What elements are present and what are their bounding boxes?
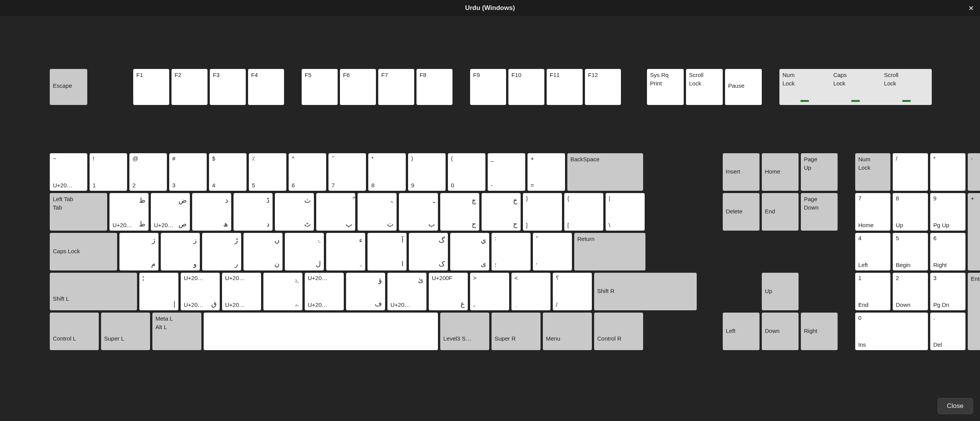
numpad-1-key[interactable]: 1End — [855, 273, 890, 310]
bottom-row-key-7[interactable]: U+200Fع — [429, 273, 468, 310]
qwerty-row-key-7[interactable]: ـب — [399, 193, 438, 231]
qwerty-row-key-2[interactable]: ذھ — [192, 193, 231, 231]
qwerty-row-key-11[interactable]: {[ — [564, 193, 603, 231]
f10-key[interactable]: F10 — [508, 69, 544, 105]
numpad-0-key[interactable]: 0Ins — [855, 313, 928, 350]
end-key[interactable]: End — [762, 193, 799, 231]
bottom-row-key-4[interactable]: U+20…U+20… — [305, 273, 344, 310]
home-row-key-3[interactable]: ںن — [243, 233, 283, 270]
shift-right-key[interactable]: Shift R — [594, 273, 697, 310]
backslash-key[interactable]: |\ — [606, 193, 645, 231]
home-row-key-0[interactable]: ژم — [119, 233, 158, 270]
control-left-key[interactable]: Control L — [50, 313, 99, 350]
f9-key[interactable]: F9 — [470, 69, 506, 105]
arrow-left-key[interactable]: Left — [723, 313, 760, 350]
f2-key[interactable]: F2 — [172, 69, 207, 105]
scrolllock-key[interactable]: ScrollLock — [686, 69, 723, 105]
super-right-key[interactable]: Super R — [492, 313, 541, 350]
return-key[interactable]: Return — [574, 233, 645, 270]
pagedown-key[interactable]: PageDown — [801, 193, 838, 231]
home-row-key-5[interactable]: ءہ — [326, 233, 365, 270]
numpad-minus-key[interactable]: - — [968, 153, 980, 191]
bottom-row-key-2[interactable]: U+20…U+20… — [222, 273, 261, 310]
bottom-row-key-3[interactable]: ۓے — [263, 273, 302, 310]
numpad-8-key[interactable]: 8Up — [893, 193, 928, 231]
pause-key[interactable]: Pause — [725, 69, 762, 105]
meta-alt-left-key[interactable]: Meta LAlt L — [152, 313, 201, 350]
control-right-key[interactable]: Control R — [594, 313, 643, 350]
capslock-key[interactable]: Caps Lock — [50, 233, 117, 270]
num-row-key-6[interactable]: ^6 — [289, 153, 326, 191]
numpad-5-key[interactable]: 5Begin — [893, 233, 928, 270]
qwerty-row-key-5[interactable]: ّپ — [316, 193, 355, 231]
tab-key[interactable]: Left TabTab — [50, 193, 107, 231]
bottom-row-key-9[interactable]: <۔ — [511, 273, 550, 310]
num-row-key-0[interactable]: ~U+20… — [50, 153, 87, 191]
escape-key[interactable]: Escape — [50, 69, 87, 105]
numpad-4-key[interactable]: 4Left — [855, 233, 890, 270]
qwerty-row-key-1[interactable]: U+20…ضص — [151, 193, 190, 231]
pageup-key[interactable]: PageUp — [801, 153, 838, 191]
bottom-row-key-10[interactable]: ؟/ — [553, 273, 592, 310]
num-row-key-7[interactable]: ۖ7 — [328, 153, 366, 191]
sysrq-key[interactable]: Sys RqPrint — [647, 69, 684, 105]
numpad-3-key[interactable]: 3Pg Dn — [930, 273, 965, 310]
qwerty-row-key-9[interactable]: خح — [482, 193, 521, 231]
shift-left-key[interactable]: Shift L — [50, 273, 137, 310]
home-key[interactable]: Home — [762, 153, 799, 191]
f3-key[interactable]: F3 — [210, 69, 246, 105]
arrow-up-key[interactable]: Up — [762, 273, 799, 310]
close-button[interactable]: Close — [938, 398, 973, 414]
home-row-key-9[interactable]: :؛ — [492, 233, 531, 270]
num-row-key-3[interactable]: #3 — [169, 153, 207, 191]
home-row-key-7[interactable]: گک — [409, 233, 448, 270]
f7-key[interactable]: F7 — [378, 69, 414, 105]
arrow-down-key[interactable]: Down — [762, 313, 799, 350]
numpad-plus-key[interactable]: + — [968, 193, 980, 270]
numpad-7-key[interactable]: 7Home — [855, 193, 890, 231]
space-key[interactable] — [204, 313, 438, 350]
close-icon[interactable]: ✕ — [966, 5, 975, 12]
qwerty-row-key-4[interactable]: ثٹ — [275, 193, 314, 231]
num-row-key-8[interactable]: *8 — [368, 153, 406, 191]
num-row-key-11[interactable]: _- — [488, 153, 525, 191]
numlock-key[interactable]: NumLock — [855, 153, 890, 191]
bottom-row-key-8[interactable]: >، — [470, 273, 509, 310]
numpad-star-key[interactable]: * — [930, 153, 965, 191]
qwerty-row-key-10[interactable]: }] — [523, 193, 562, 231]
home-row-key-1[interactable]: زو — [161, 233, 200, 270]
home-row-key-10[interactable]: "' — [533, 233, 572, 270]
arrow-right-key[interactable]: Right — [801, 313, 838, 350]
num-row-key-9[interactable]: )9 — [408, 153, 446, 191]
menu-key[interactable]: Menu — [543, 313, 592, 350]
bottom-row-key-6[interactable]: U+20…ئ — [387, 273, 426, 310]
super-left-key[interactable]: Super L — [101, 313, 150, 350]
numpad-slash-key[interactable]: / — [893, 153, 928, 191]
qwerty-row-key-3[interactable]: ڈد — [234, 193, 273, 231]
num-row-key-5[interactable]: ٪5 — [249, 153, 286, 191]
numpad-enter-key[interactable]: Enter — [968, 273, 980, 350]
altgr-key[interactable]: Level3 S… — [440, 313, 489, 350]
home-row-key-6[interactable]: آا — [368, 233, 407, 270]
num-row-key-1[interactable]: !1 — [90, 153, 127, 191]
home-row-key-2[interactable]: ڑر — [202, 233, 241, 270]
numpad-6-key[interactable]: 6Right — [930, 233, 965, 270]
numpad-2-key[interactable]: 2Down — [893, 273, 928, 310]
num-row-key-12[interactable]: += — [528, 153, 565, 191]
numpad-9-key[interactable]: 9Pg Up — [930, 193, 965, 231]
bottom-row-key-1[interactable]: U+20…U+20…ق — [181, 273, 220, 310]
backspace-key[interactable]: BackSpace — [567, 153, 643, 191]
home-row-key-8[interactable]: يی — [450, 233, 489, 270]
qwerty-row-key-8[interactable]: چج — [440, 193, 479, 231]
num-row-key-4[interactable]: $4 — [209, 153, 247, 191]
num-row-key-10[interactable]: (0 — [448, 153, 485, 191]
f12-key[interactable]: F12 — [585, 69, 621, 105]
f8-key[interactable]: F8 — [416, 69, 452, 105]
num-row-key-2[interactable]: @2 — [129, 153, 167, 191]
bottom-row-key-5[interactable]: ؤف — [346, 273, 385, 310]
f5-key[interactable]: F5 — [302, 69, 338, 105]
qwerty-row-key-0[interactable]: U+20…ظط — [109, 193, 149, 231]
numpad-dot-key[interactable]: .Del — [930, 313, 965, 350]
home-row-key-4[interactable]: ۂل — [285, 233, 324, 270]
f1-key[interactable]: F1 — [133, 69, 169, 105]
